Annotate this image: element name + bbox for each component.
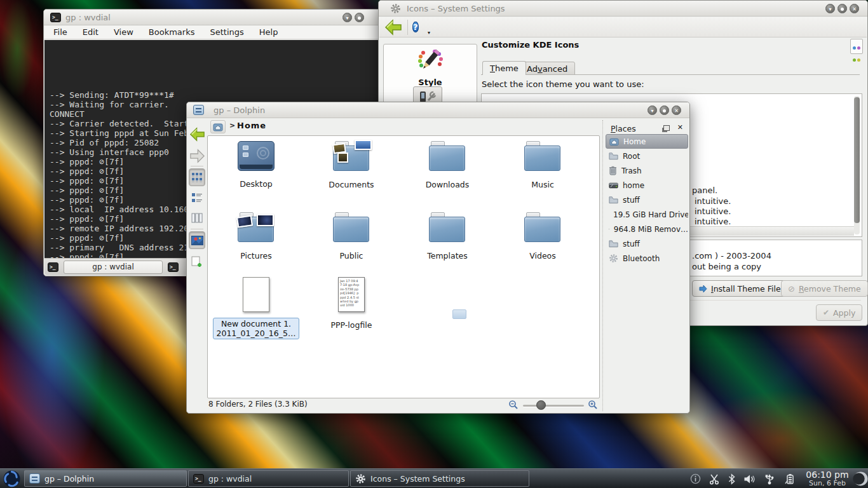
clock[interactable]: 06:10 pm Sun, 6 Feb [802, 470, 853, 487]
places-item-home[interactable]: Home [606, 134, 688, 149]
details-view-button[interactable] [189, 189, 205, 207]
float-panel-icon[interactable] [663, 125, 670, 131]
maximize-icon[interactable] [837, 4, 847, 13]
menu-item[interactable]: Bookmarks [149, 27, 195, 37]
panel-cashew-icon[interactable] [853, 471, 868, 488]
folder-item-templates[interactable]: Templates [403, 212, 492, 261]
pictures-folder-icon [238, 212, 275, 243]
columns-view-icon [191, 213, 203, 223]
klipper-scissors-icon[interactable] [709, 473, 720, 485]
zoom-slider-track[interactable] [523, 405, 584, 407]
places-item-bluetooth[interactable]: Bluetooth [606, 251, 688, 266]
minimize-icon[interactable]: ▾ [342, 13, 352, 22]
taskbar: gp – Dolphin >_ gp : wvdial Icons – Syst… [0, 468, 868, 488]
icon-sizes-icon[interactable] [850, 39, 863, 54]
folder-item-public[interactable]: Public [307, 212, 396, 261]
bluetooth-icon[interactable] [728, 473, 736, 485]
back-arrow-icon[interactable] [384, 19, 402, 36]
maximize-icon[interactable] [660, 105, 669, 115]
gear-icon [609, 254, 618, 263]
new-tab-icon[interactable]: >_ [48, 262, 58, 272]
back-button[interactable] [189, 125, 205, 143]
item-label: Downloads [403, 180, 492, 189]
forward-button[interactable] [189, 147, 205, 165]
tab-list-icon[interactable]: >_ [168, 262, 179, 272]
breadcrumb-home-label[interactable]: Home [237, 121, 266, 130]
menu-item[interactable]: Edit [83, 27, 98, 37]
dolphin-titlebar[interactable]: gp – Dolphin ▾ ✕ [187, 102, 689, 118]
scrollbar[interactable] [854, 96, 860, 234]
close-icon[interactable]: ✕ [850, 4, 859, 13]
volume-icon[interactable] [743, 474, 755, 484]
folder-item-downloads[interactable]: Downloads [403, 141, 492, 189]
clock-date: Sun, 6 Feb [802, 480, 853, 487]
places-item-removable[interactable]: 964.8 MiB Remov… [606, 222, 688, 236]
toolbar-separator [191, 229, 203, 229]
preview-button[interactable] [189, 231, 205, 249]
folder-item-music[interactable]: Music [498, 141, 587, 189]
settings-window-title: Icons – System Settings [407, 4, 505, 13]
task-wvdial[interactable]: >_ gp : wvdial [188, 470, 349, 487]
menu-item[interactable]: Help [259, 27, 278, 37]
task-dolphin[interactable]: gp – Dolphin [24, 470, 187, 487]
settings-toolbar: ?▾ [379, 17, 867, 37]
file-item-ppp-logfile[interactable]: Jan 17 09:47:18 gp-Aspire-5738 pppd[1946… [307, 277, 396, 330]
install-theme-button[interactable]: Install Theme File... [692, 280, 796, 297]
file-item-new-document[interactable]: New document 1. 2011_01_20_16_5… [212, 277, 301, 339]
places-item-home-device[interactable]: home [606, 178, 688, 193]
places-item-stuff2[interactable]: stuff [606, 236, 688, 251]
launcher-icon[interactable] [3, 470, 21, 488]
terminal-tab[interactable]: gp : wvdial [64, 261, 163, 274]
menu-item[interactable]: Settings [210, 27, 243, 37]
zoom-out-icon[interactable] [508, 400, 519, 410]
forward-arrow-icon [189, 149, 205, 163]
device-notifier-usb-icon[interactable] [763, 473, 776, 485]
text-file-preview-icon: Jan 17 09:47:18 gp-Aspire-5738 pppd[1946… [338, 277, 365, 312]
battery-icon[interactable] [784, 473, 795, 485]
maximize-icon[interactable] [355, 13, 364, 22]
places-item-stuff[interactable]: stuff [606, 193, 688, 207]
folder-item-desktop[interactable]: Desktop [212, 141, 301, 189]
breadcrumb-separator: > [229, 121, 235, 130]
theme-description-text: .com ) - 2003-2004 [692, 251, 771, 261]
item-label: Documents [307, 180, 396, 189]
tab-theme[interactable]: Theme [482, 61, 526, 75]
scrollbar-thumb[interactable] [854, 97, 860, 223]
file-view[interactable]: Desktop Documents Downloads Music [207, 135, 600, 398]
help-icon[interactable]: ?▾ [412, 20, 426, 34]
close-panel-icon[interactable]: ✕ [677, 123, 683, 132]
folder-item-pictures[interactable]: Pictures [212, 212, 301, 261]
folder-item-videos[interactable]: Videos [498, 212, 587, 261]
split-view-button[interactable] [189, 252, 205, 270]
item-label: PPP-logfile [307, 320, 396, 330]
sidebar-item-style[interactable]: Style [386, 47, 474, 87]
theme-description-text: out being a copy [692, 262, 761, 271]
dolphin-icon [193, 105, 204, 115]
breadcrumb-home-button[interactable] [210, 120, 226, 133]
menu-item[interactable]: View [114, 27, 133, 37]
places-item-trash[interactable]: Trash [606, 163, 688, 178]
terminal-titlebar[interactable]: >_ gp : wvdial ▾ [44, 10, 381, 25]
desktop-folder-icon [238, 141, 275, 171]
tab-advanced[interactable]: Advanced [519, 62, 575, 75]
remove-theme-button[interactable]: ⊘ Remove Theme [781, 280, 868, 297]
minimize-icon[interactable]: ▾ [648, 105, 657, 115]
places-item-hard-drive[interactable]: 19.5 GiB Hard Drive [606, 207, 688, 222]
close-icon[interactable]: ✕ [672, 105, 681, 115]
places-header: Places [611, 124, 636, 133]
task-system-settings[interactable]: Icons – System Settings [350, 470, 529, 487]
icons-view-button[interactable] [189, 168, 205, 186]
menu-item[interactable]: File [53, 27, 67, 37]
minimize-icon[interactable]: ▾ [825, 4, 835, 13]
apply-button[interactable]: ✔ Apply [816, 304, 862, 321]
info-icon[interactable] [690, 473, 701, 484]
zoom-slider-thumb[interactable] [536, 400, 546, 410]
theme-list-text: panel. [692, 186, 717, 195]
documents-folder-icon [333, 141, 370, 172]
columns-view-button[interactable] [189, 209, 205, 227]
zoom-in-icon[interactable] [588, 400, 599, 410]
places-item-root[interactable]: Root [606, 149, 688, 163]
settings-titlebar[interactable]: Icons – System Settings ▾ ✕ [379, 1, 867, 17]
folder-item-documents[interactable]: Documents [307, 141, 396, 189]
theme-list-text: intuitive. [695, 196, 731, 206]
